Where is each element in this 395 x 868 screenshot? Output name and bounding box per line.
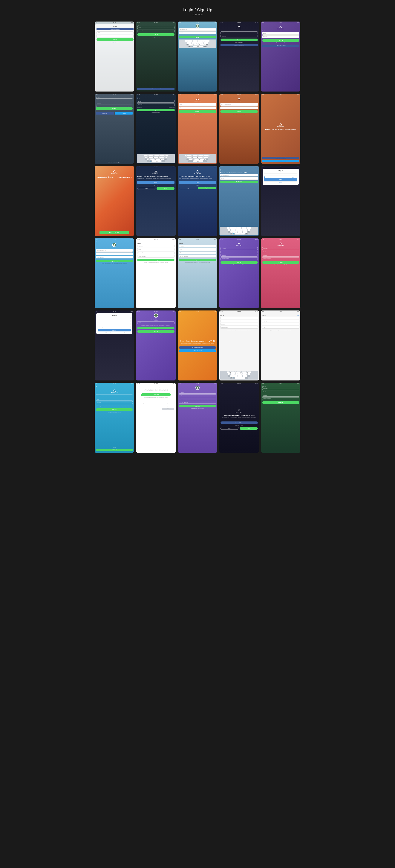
password-field-1[interactable]: Password <box>97 35 134 37</box>
password-field-24[interactable]: Password <box>220 323 258 326</box>
password-field-19[interactable]: Password <box>221 254 258 256</box>
forgot-link-5[interactable]: Forgot your password? <box>262 42 299 43</box>
twitter-btn-10[interactable]: 🐦Connect with twitter <box>262 160 299 162</box>
confirm-field-18[interactable]: Confirm password <box>179 255 216 257</box>
close-btn-21[interactable]: × <box>131 314 131 315</box>
key-1[interactable]: 1 <box>138 399 150 402</box>
facebook-btn-10[interactable]: fConnect with facebook <box>262 157 299 159</box>
email-field-17[interactable]: Email <box>137 248 174 251</box>
key-7[interactable]: 7 <box>138 405 150 407</box>
key-2[interactable]: 2 <box>150 399 162 402</box>
facebook-btn-2[interactable]: fSign in with facebook <box>137 88 174 90</box>
login-fill-29[interactable]: Login <box>239 427 258 430</box>
back-arrow-24[interactable]: ‹ <box>220 313 258 315</box>
key-star[interactable]: ✱ <box>138 408 150 410</box>
twitter-btn-6[interactable]: 🐦Twitter <box>114 112 133 115</box>
facebook-btn-4[interactable]: fSign in with facebook <box>221 44 258 46</box>
signin-btn-4[interactable]: Sign In <box>221 38 258 41</box>
email-field-1[interactable]: Email <box>97 31 134 34</box>
back-arrow-17[interactable]: ‹ <box>137 241 174 243</box>
password-field-7[interactable]: Password <box>137 103 174 106</box>
fullname-field-28[interactable]: Full name <box>179 391 216 394</box>
fullname-field-26[interactable]: Full Name <box>96 395 133 397</box>
key-5[interactable]: 5 <box>150 402 162 405</box>
email-field-25[interactable]: john_doe@gmail.com <box>262 320 299 322</box>
password-field-6[interactable]: Password <box>96 102 133 104</box>
back-arrow-7[interactable]: ‹ <box>137 97 174 98</box>
signin-btn-8[interactable]: Sign In <box>179 110 216 113</box>
email-field-8[interactable]: Email <box>179 103 216 106</box>
confirm-field-17[interactable]: Confirm password <box>137 255 174 257</box>
key-6[interactable]: 6 <box>162 402 174 405</box>
signup-fill-btn-13[interactable]: Sign Up <box>198 187 216 189</box>
getstarted-btn-14[interactable]: Get Started <box>220 181 258 183</box>
signup-fill-btn-12[interactable]: Sign Up <box>157 187 174 190</box>
password-field-30[interactable]: Password <box>262 394 299 397</box>
login-btn-12[interactable]: Login <box>137 181 174 184</box>
password-field-14[interactable]: ••••• <box>220 177 258 180</box>
key-3[interactable]: 3 <box>162 399 174 402</box>
signup-btn-18[interactable]: Sign Up <box>179 259 216 261</box>
confirm-field-30[interactable]: Confirm password <box>262 397 299 400</box>
facebook-btn-5[interactable]: fSign in with facebook <box>262 44 299 47</box>
fullname-field-19[interactable]: Full Name <box>221 247 258 250</box>
signup-btn-22[interactable]: Sign Up <box>137 330 174 333</box>
email-field-28[interactable]: Email <box>179 394 216 397</box>
login-outline-btn-13[interactable]: Login <box>179 187 197 189</box>
password-field-28[interactable]: Password <box>179 398 216 400</box>
signup-btn-28[interactable]: Sign Up <box>179 405 216 407</box>
email-field-18[interactable]: Email <box>179 248 216 251</box>
fullname-field-17[interactable]: Full name <box>137 245 174 247</box>
email-field-5[interactable]: Email <box>262 32 299 35</box>
forgot-link-1[interactable]: Forgot your password? <box>97 41 134 42</box>
password-field-21[interactable]: Password <box>98 323 131 325</box>
back-arrow-14[interactable]: ‹ <box>220 168 258 170</box>
signin-btn-9[interactable]: Sign In <box>220 110 258 113</box>
continue-btn[interactable]: CONTINUE <box>141 393 171 396</box>
password-field-8[interactable]: Password <box>179 106 216 109</box>
fullname-field-18[interactable]: Full name <box>179 245 216 247</box>
login-btn-13[interactable]: Login <box>179 181 216 184</box>
signup-btn-17[interactable]: Sign Up <box>137 259 174 261</box>
password-field-5[interactable]: Password <box>262 35 299 38</box>
register-btn-16[interactable]: Register now <box>96 260 133 262</box>
email-field-4[interactable]: Email <box>221 31 258 34</box>
signin-btn-5[interactable]: Sign In <box>262 39 299 42</box>
signup-btn-26b[interactable]: SIGN UP <box>96 448 133 451</box>
facebook-btn-29[interactable]: fConnect with facebook <box>221 422 258 424</box>
signin-btn-6[interactable]: Sign In <box>96 107 133 110</box>
key-0[interactable]: 0 <box>150 408 162 410</box>
key-9[interactable]: 9 <box>162 405 174 407</box>
key-delete[interactable]: ⌫ <box>162 408 174 410</box>
back-arrow-18[interactable]: ‹ <box>179 241 216 243</box>
email-field-3[interactable]: john_doe@gmail.com <box>178 28 217 31</box>
confirm-field-20[interactable]: Confirm password <box>262 257 299 260</box>
email-field-14[interactable]: john_doe@gmail.com <box>220 174 258 177</box>
signin-btn-7[interactable]: Sign In <box>137 109 174 111</box>
password-field-9[interactable]: ••••• <box>220 106 258 109</box>
confirm-field-24[interactable]: Confirm password <box>220 326 258 329</box>
email-field-9[interactable]: john_doe@gmail.com <box>220 103 258 106</box>
signup-btn-19[interactable]: Sign Up <box>221 261 258 264</box>
confirm-field-21[interactable]: Confirm password <box>98 326 131 328</box>
fullname-field-24[interactable]: Full Name <box>220 317 258 319</box>
twitter-btn-23[interactable]: 🐦Connect with twitter <box>179 349 216 352</box>
signup-btn-20[interactable]: Sign Up <box>262 261 299 264</box>
confirm-field-19[interactable]: Confirm password <box>221 257 258 260</box>
signin-btn-1[interactable]: Sign In <box>97 38 134 41</box>
signup-btn-30[interactable]: SIGN UP <box>262 401 299 404</box>
signup-btn-26[interactable]: Sign Up <box>96 408 133 411</box>
fullname-field-25[interactable]: John Doe <box>262 317 299 319</box>
confirm-field-25[interactable]: ••••• <box>262 326 299 329</box>
key-4[interactable]: 4 <box>138 402 150 405</box>
password-field-16[interactable]: ••••• <box>96 252 133 255</box>
facebook-btn-23[interactable]: fConnect with facebook <box>179 346 216 349</box>
facebook-btn-6[interactable]: fFacebook <box>96 112 114 115</box>
close-btn-15[interactable]: × <box>297 169 298 171</box>
email-field-6[interactable]: Email <box>96 98 133 101</box>
email-field-24[interactable]: Email <box>220 320 258 322</box>
confirm-field-16[interactable]: Confirm password <box>96 256 133 258</box>
forgot-link-2[interactable]: Forgot your password? <box>137 37 174 38</box>
fullname-field-30[interactable]: Full Name <box>262 387 299 390</box>
email-field-30[interactable]: Email <box>262 391 299 393</box>
